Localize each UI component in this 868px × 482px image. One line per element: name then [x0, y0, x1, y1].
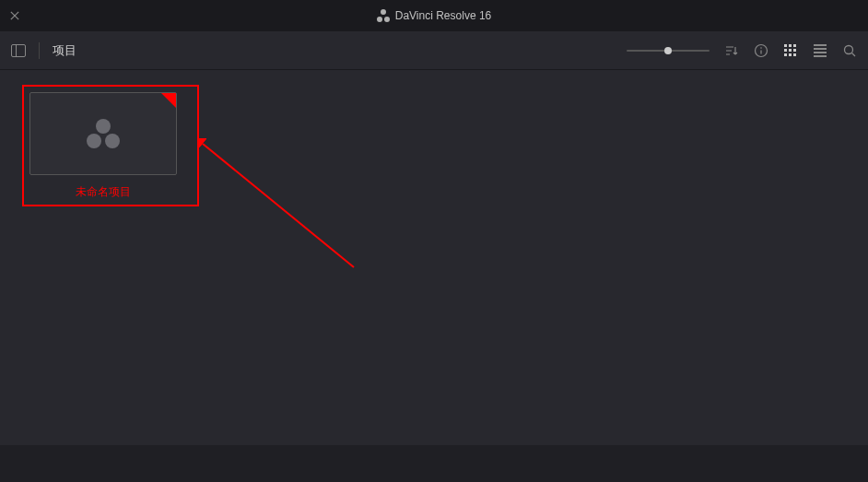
- divider: [39, 42, 40, 59]
- list-view-icon[interactable]: [813, 43, 827, 58]
- breadcrumb[interactable]: 项目: [53, 42, 76, 59]
- zoom-slider[interactable]: [627, 50, 710, 52]
- close-button[interactable]: [7, 8, 22, 23]
- app-logo-icon: [377, 9, 390, 22]
- sort-icon[interactable]: [724, 43, 739, 58]
- grid-view-icon[interactable]: [783, 43, 798, 58]
- project-card[interactable]: 未命名项目: [29, 92, 177, 200]
- svg-point-1: [760, 47, 762, 49]
- app-title: DaVinci Resolve 16: [395, 9, 492, 22]
- davinci-logo-icon: [87, 119, 120, 148]
- svg-point-2: [845, 45, 853, 53]
- bottom-bar: [0, 445, 868, 482]
- project-label[interactable]: 未命名项目: [29, 184, 177, 200]
- title-group: DaVinci Resolve 16: [377, 9, 492, 22]
- search-icon[interactable]: [842, 43, 857, 58]
- info-icon[interactable]: [754, 43, 768, 58]
- project-grid: 未命名项目: [0, 70, 868, 218]
- sidebar-toggle-icon[interactable]: [11, 44, 26, 57]
- toolbar: 项目: [0, 31, 868, 70]
- titlebar: DaVinci Resolve 16: [0, 0, 868, 31]
- project-thumbnail[interactable]: [29, 92, 177, 175]
- zoom-thumb[interactable]: [664, 47, 672, 54]
